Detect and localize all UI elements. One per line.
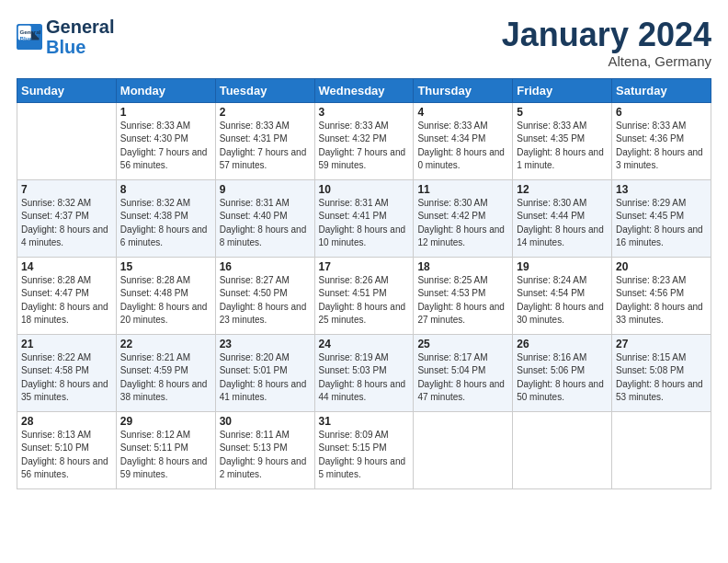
header-tuesday: Tuesday	[215, 78, 314, 102]
day-info: Sunrise: 8:11 AMSunset: 5:13 PMDaylight:…	[220, 429, 311, 482]
day-info: Sunrise: 8:30 AMSunset: 4:42 PMDaylight:…	[417, 197, 508, 250]
day-cell-3-5: 26Sunrise: 8:16 AMSunset: 5:06 PMDayligh…	[513, 334, 612, 411]
day-number: 7	[21, 183, 112, 196]
day-cell-0-4: 4Sunrise: 8:33 AMSunset: 4:34 PMDaylight…	[414, 102, 513, 179]
day-cell-1-3: 10Sunrise: 8:31 AMSunset: 4:41 PMDayligh…	[314, 179, 414, 257]
header-thursday: Thursday	[414, 78, 513, 102]
day-info: Sunrise: 8:33 AMSunset: 4:36 PMDaylight:…	[616, 120, 707, 173]
day-info: Sunrise: 8:19 AMSunset: 5:03 PMDaylight:…	[319, 351, 410, 405]
day-info: Sunrise: 8:31 AMSunset: 4:40 PMDaylight:…	[220, 197, 311, 250]
day-info: Sunrise: 8:24 AMSunset: 4:54 PMDaylight:…	[517, 274, 608, 327]
day-info: Sunrise: 8:20 AMSunset: 5:01 PMDaylight:…	[220, 351, 311, 405]
day-cell-3-1: 22Sunrise: 8:21 AMSunset: 4:59 PMDayligh…	[116, 334, 215, 411]
day-info: Sunrise: 8:23 AMSunset: 4:56 PMDaylight:…	[616, 274, 707, 327]
day-number: 30	[220, 415, 311, 428]
calendar-header: Sunday Monday Tuesday Wednesday Thursday…	[17, 78, 711, 102]
day-info: Sunrise: 8:09 AMSunset: 5:15 PMDaylight:…	[319, 429, 410, 482]
day-info: Sunrise: 8:15 AMSunset: 5:08 PMDaylight:…	[616, 351, 707, 405]
day-info: Sunrise: 8:17 AMSunset: 5:04 PMDaylight:…	[417, 351, 508, 405]
header-saturday: Saturday	[612, 78, 711, 102]
logo-icon: General Blue	[17, 24, 42, 50]
header-sunday: Sunday	[17, 78, 117, 102]
day-info: Sunrise: 8:30 AMSunset: 4:44 PMDaylight:…	[517, 197, 608, 250]
day-number: 27	[616, 338, 707, 350]
calendar-title: January 2024	[502, 17, 711, 53]
header: General Blue General Blue January 2024 A…	[17, 17, 711, 69]
day-info: Sunrise: 8:13 AMSunset: 5:10 PMDaylight:…	[21, 429, 112, 482]
header-friday: Friday	[513, 78, 612, 102]
day-cell-3-6: 27Sunrise: 8:15 AMSunset: 5:08 PMDayligh…	[612, 334, 711, 411]
calendar-page: General Blue General Blue January 2024 A…	[0, 0, 728, 499]
logo: General Blue General Blue	[17, 17, 114, 57]
day-number: 25	[417, 338, 508, 350]
day-number: 9	[220, 183, 311, 196]
week-row-4: 28Sunrise: 8:13 AMSunset: 5:10 PMDayligh…	[17, 411, 711, 488]
day-cell-3-0: 21Sunrise: 8:22 AMSunset: 4:58 PMDayligh…	[17, 334, 117, 411]
day-cell-4-4	[414, 411, 513, 488]
week-row-2: 14Sunrise: 8:28 AMSunset: 4:47 PMDayligh…	[17, 257, 711, 334]
day-number: 8	[120, 183, 211, 196]
day-number: 11	[417, 183, 508, 196]
day-number: 14	[21, 260, 112, 273]
day-info: Sunrise: 8:28 AMSunset: 4:47 PMDaylight:…	[21, 274, 112, 327]
day-cell-0-1: 1Sunrise: 8:33 AMSunset: 4:30 PMDaylight…	[116, 102, 215, 179]
day-cell-4-1: 29Sunrise: 8:12 AMSunset: 5:11 PMDayligh…	[116, 411, 215, 488]
week-row-0: 1Sunrise: 8:33 AMSunset: 4:30 PMDaylight…	[17, 102, 711, 179]
day-cell-2-5: 19Sunrise: 8:24 AMSunset: 4:54 PMDayligh…	[513, 257, 612, 334]
day-cell-1-2: 9Sunrise: 8:31 AMSunset: 4:40 PMDaylight…	[215, 179, 314, 257]
day-cell-0-5: 5Sunrise: 8:33 AMSunset: 4:35 PMDaylight…	[513, 102, 612, 179]
calendar-subtitle: Altena, Germany	[502, 53, 711, 69]
day-number: 22	[120, 338, 211, 350]
day-number: 18	[417, 260, 508, 273]
day-number: 19	[517, 260, 608, 273]
day-cell-0-0	[17, 102, 117, 179]
day-number: 31	[319, 415, 410, 428]
day-info: Sunrise: 8:21 AMSunset: 4:59 PMDaylight:…	[120, 351, 211, 405]
day-cell-1-5: 12Sunrise: 8:30 AMSunset: 4:44 PMDayligh…	[513, 179, 612, 257]
day-number: 3	[319, 106, 410, 119]
day-cell-1-1: 8Sunrise: 8:32 AMSunset: 4:38 PMDaylight…	[116, 179, 215, 257]
day-number: 13	[616, 183, 707, 196]
day-cell-0-6: 6Sunrise: 8:33 AMSunset: 4:36 PMDaylight…	[612, 102, 711, 179]
day-info: Sunrise: 8:27 AMSunset: 4:50 PMDaylight:…	[220, 274, 311, 327]
header-wednesday: Wednesday	[314, 78, 414, 102]
logo-text: General Blue	[46, 17, 114, 57]
day-number: 4	[417, 106, 508, 119]
day-number: 24	[319, 338, 410, 350]
day-cell-2-2: 16Sunrise: 8:27 AMSunset: 4:50 PMDayligh…	[215, 257, 314, 334]
day-info: Sunrise: 8:32 AMSunset: 4:37 PMDaylight:…	[21, 197, 112, 250]
day-number: 2	[220, 106, 311, 119]
day-number: 29	[120, 415, 211, 428]
calendar-body: 1Sunrise: 8:33 AMSunset: 4:30 PMDaylight…	[17, 102, 711, 488]
day-cell-1-4: 11Sunrise: 8:30 AMSunset: 4:42 PMDayligh…	[414, 179, 513, 257]
day-number: 15	[120, 260, 211, 273]
day-info: Sunrise: 8:33 AMSunset: 4:31 PMDaylight:…	[220, 120, 311, 173]
day-number: 10	[319, 183, 410, 196]
day-cell-4-2: 30Sunrise: 8:11 AMSunset: 5:13 PMDayligh…	[215, 411, 314, 488]
day-number: 20	[616, 260, 707, 273]
day-info: Sunrise: 8:33 AMSunset: 4:35 PMDaylight:…	[517, 120, 608, 173]
day-info: Sunrise: 8:33 AMSunset: 4:34 PMDaylight:…	[417, 120, 508, 173]
day-info: Sunrise: 8:25 AMSunset: 4:53 PMDaylight:…	[417, 274, 508, 327]
day-info: Sunrise: 8:29 AMSunset: 4:45 PMDaylight:…	[616, 197, 707, 250]
day-info: Sunrise: 8:16 AMSunset: 5:06 PMDaylight:…	[517, 351, 608, 405]
day-info: Sunrise: 8:31 AMSunset: 4:41 PMDaylight:…	[319, 197, 410, 250]
day-cell-3-4: 25Sunrise: 8:17 AMSunset: 5:04 PMDayligh…	[414, 334, 513, 411]
day-info: Sunrise: 8:33 AMSunset: 4:32 PMDaylight:…	[319, 120, 410, 173]
day-number: 28	[21, 415, 112, 428]
day-info: Sunrise: 8:12 AMSunset: 5:11 PMDaylight:…	[120, 429, 211, 482]
day-cell-2-3: 17Sunrise: 8:26 AMSunset: 4:51 PMDayligh…	[314, 257, 414, 334]
day-cell-0-3: 3Sunrise: 8:33 AMSunset: 4:32 PMDaylight…	[314, 102, 414, 179]
day-number: 6	[616, 106, 707, 119]
day-cell-4-0: 28Sunrise: 8:13 AMSunset: 5:10 PMDayligh…	[17, 411, 117, 488]
day-number: 16	[220, 260, 311, 273]
day-info: Sunrise: 8:33 AMSunset: 4:30 PMDaylight:…	[120, 120, 211, 173]
day-cell-2-6: 20Sunrise: 8:23 AMSunset: 4:56 PMDayligh…	[612, 257, 711, 334]
week-row-3: 21Sunrise: 8:22 AMSunset: 4:58 PMDayligh…	[17, 334, 711, 411]
day-cell-4-5	[513, 411, 612, 488]
day-info: Sunrise: 8:32 AMSunset: 4:38 PMDaylight:…	[120, 197, 211, 250]
day-number: 17	[319, 260, 410, 273]
day-number: 21	[21, 338, 112, 350]
day-info: Sunrise: 8:28 AMSunset: 4:48 PMDaylight:…	[120, 274, 211, 327]
day-cell-2-4: 18Sunrise: 8:25 AMSunset: 4:53 PMDayligh…	[414, 257, 513, 334]
